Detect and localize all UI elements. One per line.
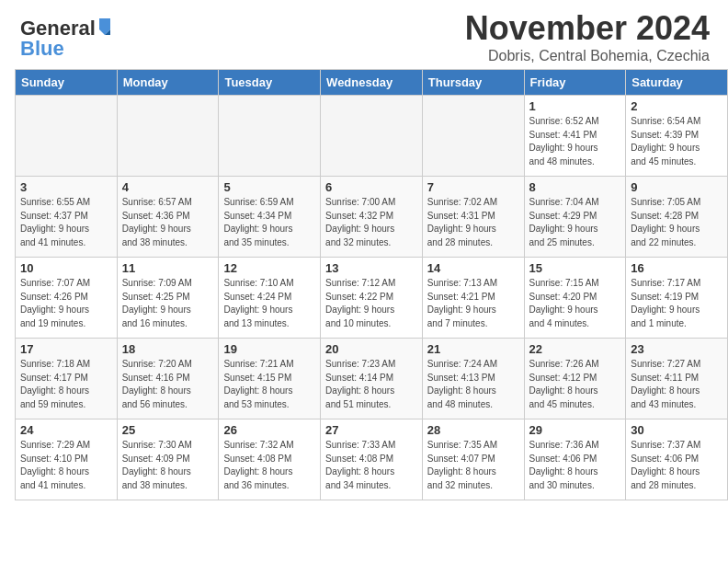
day-info: Sunrise: 7:27 AM Sunset: 4:11 PM Dayligh…: [631, 358, 722, 411]
calendar-cell: [117, 96, 219, 177]
day-info: Sunrise: 7:32 AM Sunset: 4:08 PM Dayligh…: [223, 439, 315, 492]
day-info: Sunrise: 7:00 AM Sunset: 4:32 PM Dayligh…: [325, 196, 417, 249]
col-saturday: Saturday: [626, 70, 728, 96]
day-number: 13: [325, 261, 417, 275]
day-number: 9: [631, 180, 722, 194]
col-sunday: Sunday: [16, 70, 118, 96]
calendar-cell: [219, 96, 321, 177]
calendar-cell: 22Sunrise: 7:26 AM Sunset: 4:12 PM Dayli…: [524, 339, 626, 419]
calendar-cell: 4Sunrise: 6:57 AM Sunset: 4:36 PM Daylig…: [117, 177, 219, 258]
logo-block: General Blue: [18, 11, 119, 63]
week-row-2: 3Sunrise: 6:55 AM Sunset: 4:37 PM Daylig…: [16, 177, 728, 258]
day-number: 8: [529, 180, 621, 194]
calendar-cell: 26Sunrise: 7:32 AM Sunset: 4:08 PM Dayli…: [219, 419, 321, 500]
calendar-cell: 17Sunrise: 7:18 AM Sunset: 4:17 PM Dayli…: [16, 339, 118, 419]
day-number: 18: [122, 342, 214, 356]
calendar-cell: 18Sunrise: 7:20 AM Sunset: 4:16 PM Dayli…: [117, 339, 219, 419]
day-number: 2: [631, 99, 722, 113]
calendar-cell: 27Sunrise: 7:33 AM Sunset: 4:08 PM Dayli…: [321, 419, 423, 500]
day-number: 30: [631, 423, 722, 437]
day-number: 14: [427, 261, 519, 275]
day-number: 26: [223, 423, 315, 437]
day-info: Sunrise: 7:02 AM Sunset: 4:31 PM Dayligh…: [427, 196, 519, 249]
day-number: 19: [223, 342, 315, 356]
day-info: Sunrise: 7:26 AM Sunset: 4:12 PM Dayligh…: [529, 358, 621, 411]
day-info: Sunrise: 7:10 AM Sunset: 4:24 PM Dayligh…: [223, 277, 315, 330]
calendar-cell: 9Sunrise: 7:05 AM Sunset: 4:28 PM Daylig…: [626, 177, 728, 258]
header-row: Sunday Monday Tuesday Wednesday Thursday…: [16, 70, 728, 96]
day-number: 23: [631, 342, 722, 356]
day-number: 10: [20, 261, 112, 275]
day-info: Sunrise: 7:24 AM Sunset: 4:13 PM Dayligh…: [427, 358, 519, 411]
calendar-cell: 23Sunrise: 7:27 AM Sunset: 4:11 PM Dayli…: [626, 339, 728, 419]
calendar-cell: 3Sunrise: 6:55 AM Sunset: 4:37 PM Daylig…: [16, 177, 118, 258]
logo-svg: General Blue: [18, 11, 119, 59]
week-row-5: 24Sunrise: 7:29 AM Sunset: 4:10 PM Dayli…: [16, 419, 728, 500]
day-info: Sunrise: 7:36 AM Sunset: 4:06 PM Dayligh…: [529, 439, 621, 492]
calendar-cell: 13Sunrise: 7:12 AM Sunset: 4:22 PM Dayli…: [321, 258, 423, 339]
calendar-cell: 6Sunrise: 7:00 AM Sunset: 4:32 PM Daylig…: [321, 177, 423, 258]
col-tuesday: Tuesday: [219, 70, 321, 96]
day-number: 20: [325, 342, 417, 356]
day-number: 17: [20, 342, 112, 356]
col-thursday: Thursday: [422, 70, 524, 96]
calendar-cell: 2Sunrise: 6:54 AM Sunset: 4:39 PM Daylig…: [626, 96, 728, 177]
calendar-cell: [321, 96, 423, 177]
calendar-cell: 24Sunrise: 7:29 AM Sunset: 4:10 PM Dayli…: [16, 419, 118, 500]
calendar-cell: [422, 96, 524, 177]
day-number: 4: [122, 180, 214, 194]
day-number: 1: [529, 99, 621, 113]
calendar-table: Sunday Monday Tuesday Wednesday Thursday…: [15, 69, 728, 500]
day-number: 3: [20, 180, 112, 194]
calendar-header: Sunday Monday Tuesday Wednesday Thursday…: [16, 70, 728, 96]
day-number: 5: [223, 180, 315, 194]
header: General Blue November 2024 Dobris, Centr…: [0, 0, 728, 69]
day-number: 24: [20, 423, 112, 437]
day-number: 16: [631, 261, 722, 275]
col-friday: Friday: [524, 70, 626, 96]
logo: General Blue: [18, 11, 119, 63]
day-info: Sunrise: 7:21 AM Sunset: 4:15 PM Dayligh…: [223, 358, 315, 411]
day-info: Sunrise: 7:37 AM Sunset: 4:06 PM Dayligh…: [631, 439, 722, 492]
calendar-cell: 16Sunrise: 7:17 AM Sunset: 4:19 PM Dayli…: [626, 258, 728, 339]
day-info: Sunrise: 7:07 AM Sunset: 4:26 PM Dayligh…: [20, 277, 112, 330]
day-info: Sunrise: 7:30 AM Sunset: 4:09 PM Dayligh…: [122, 439, 214, 492]
subtitle: Dobris, Central Bohemia, Czechia: [465, 48, 710, 64]
calendar-cell: 14Sunrise: 7:13 AM Sunset: 4:21 PM Dayli…: [422, 258, 524, 339]
day-info: Sunrise: 7:09 AM Sunset: 4:25 PM Dayligh…: [122, 277, 214, 330]
calendar-cell: [16, 96, 118, 177]
calendar-cell: 10Sunrise: 7:07 AM Sunset: 4:26 PM Dayli…: [16, 258, 118, 339]
calendar-cell: 29Sunrise: 7:36 AM Sunset: 4:06 PM Dayli…: [524, 419, 626, 500]
calendar-cell: 12Sunrise: 7:10 AM Sunset: 4:24 PM Dayli…: [219, 258, 321, 339]
week-row-1: 1Sunrise: 6:52 AM Sunset: 4:41 PM Daylig…: [16, 96, 728, 177]
calendar-wrap: Sunday Monday Tuesday Wednesday Thursday…: [0, 69, 728, 508]
day-info: Sunrise: 7:23 AM Sunset: 4:14 PM Dayligh…: [325, 358, 417, 411]
page-container: General Blue November 2024 Dobris, Centr…: [0, 0, 728, 508]
day-number: 11: [122, 261, 214, 275]
day-number: 25: [122, 423, 214, 437]
calendar-cell: 15Sunrise: 7:15 AM Sunset: 4:20 PM Dayli…: [524, 258, 626, 339]
day-info: Sunrise: 7:13 AM Sunset: 4:21 PM Dayligh…: [427, 277, 519, 330]
day-number: 7: [427, 180, 519, 194]
day-info: Sunrise: 6:55 AM Sunset: 4:37 PM Dayligh…: [20, 196, 112, 249]
week-row-4: 17Sunrise: 7:18 AM Sunset: 4:17 PM Dayli…: [16, 339, 728, 419]
day-info: Sunrise: 7:04 AM Sunset: 4:29 PM Dayligh…: [529, 196, 621, 249]
calendar-cell: 7Sunrise: 7:02 AM Sunset: 4:31 PM Daylig…: [422, 177, 524, 258]
day-info: Sunrise: 6:59 AM Sunset: 4:34 PM Dayligh…: [223, 196, 315, 249]
day-info: Sunrise: 7:15 AM Sunset: 4:20 PM Dayligh…: [529, 277, 621, 330]
day-number: 15: [529, 261, 621, 275]
day-number: 28: [427, 423, 519, 437]
day-info: Sunrise: 6:54 AM Sunset: 4:39 PM Dayligh…: [631, 115, 722, 168]
svg-text:Blue: Blue: [20, 37, 64, 59]
main-title: November 2024: [465, 9, 710, 48]
day-info: Sunrise: 7:12 AM Sunset: 4:22 PM Dayligh…: [325, 277, 417, 330]
day-number: 22: [529, 342, 621, 356]
day-number: 29: [529, 423, 621, 437]
calendar-cell: 19Sunrise: 7:21 AM Sunset: 4:15 PM Dayli…: [219, 339, 321, 419]
col-wednesday: Wednesday: [321, 70, 423, 96]
day-info: Sunrise: 7:17 AM Sunset: 4:19 PM Dayligh…: [631, 277, 722, 330]
day-number: 12: [223, 261, 315, 275]
day-info: Sunrise: 6:57 AM Sunset: 4:36 PM Dayligh…: [122, 196, 214, 249]
day-info: Sunrise: 7:20 AM Sunset: 4:16 PM Dayligh…: [122, 358, 214, 411]
calendar-cell: 8Sunrise: 7:04 AM Sunset: 4:29 PM Daylig…: [524, 177, 626, 258]
